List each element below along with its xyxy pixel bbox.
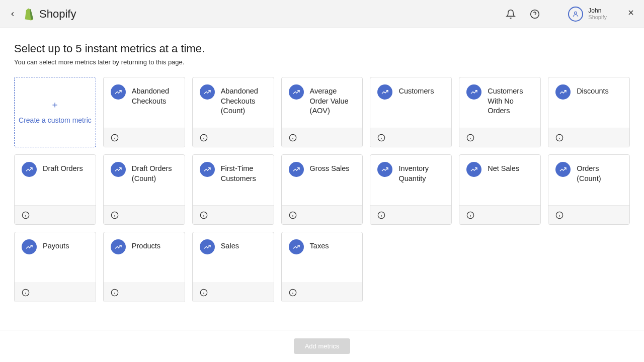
metric-card[interactable]: Gross Sales bbox=[281, 154, 363, 225]
brand-name: Shopify bbox=[39, 8, 76, 21]
brand: Shopify bbox=[23, 8, 76, 21]
info-icon[interactable] bbox=[200, 134, 208, 142]
metric-label: Draft Orders (Count) bbox=[132, 162, 178, 205]
metric-card[interactable]: First-Time Customers bbox=[192, 154, 274, 225]
chart-icon bbox=[200, 162, 215, 177]
page-subtitle: You can select more metrics later by ret… bbox=[14, 58, 630, 66]
metric-card[interactable]: Abandoned Checkouts (Count) bbox=[192, 77, 274, 147]
chart-icon bbox=[22, 162, 37, 177]
metric-label: Draft Orders bbox=[43, 162, 83, 205]
metric-label: Orders (Count) bbox=[577, 162, 622, 205]
metric-label: Payouts bbox=[43, 239, 69, 283]
metric-card[interactable]: Payouts bbox=[14, 232, 96, 302]
info-icon[interactable] bbox=[377, 134, 385, 142]
chart-icon bbox=[555, 162, 571, 177]
chart-icon bbox=[377, 84, 392, 100]
shopify-logo-icon bbox=[23, 8, 34, 21]
avatar-icon bbox=[568, 7, 583, 22]
add-metrics-button[interactable]: Add metrics bbox=[294, 338, 351, 354]
chart-icon bbox=[111, 84, 126, 100]
chart-icon bbox=[289, 162, 304, 177]
metric-card[interactable]: Draft Orders (Count) bbox=[103, 154, 185, 225]
metric-label: Products bbox=[132, 239, 160, 283]
metric-label: Customers With No Orders bbox=[488, 84, 533, 128]
create-custom-metric-card[interactable]: ＋ Create a custom metric bbox=[14, 77, 96, 147]
bottom-bar: Add metrics bbox=[0, 330, 644, 362]
info-icon[interactable] bbox=[111, 211, 119, 219]
plus-icon: ＋ bbox=[50, 99, 59, 111]
metrics-grid: ＋ Create a custom metric Abandoned Check… bbox=[14, 77, 630, 302]
metric-label: Customers bbox=[398, 84, 434, 128]
metric-label: Abandoned Checkouts bbox=[132, 84, 178, 128]
info-icon[interactable] bbox=[200, 211, 208, 219]
info-icon[interactable] bbox=[111, 289, 119, 297]
notifications-icon[interactable] bbox=[505, 8, 517, 20]
metric-label: Taxes bbox=[310, 239, 329, 283]
metric-card[interactable]: Customers bbox=[370, 77, 452, 147]
metric-card[interactable]: Net Sales bbox=[459, 154, 541, 225]
chart-icon bbox=[200, 239, 215, 254]
metric-label: Inventory Quantity bbox=[398, 162, 444, 205]
user-name: John bbox=[588, 7, 607, 14]
chart-icon bbox=[111, 162, 126, 177]
chart-icon bbox=[466, 84, 481, 100]
metric-card[interactable]: Products bbox=[103, 232, 185, 302]
svg-point-2 bbox=[575, 12, 577, 14]
info-icon[interactable] bbox=[377, 211, 385, 219]
main-content: Select up to 5 instant metrics at a time… bbox=[0, 28, 644, 302]
metric-label: Average Order Value (AOV) bbox=[310, 84, 356, 128]
info-icon[interactable] bbox=[289, 289, 297, 297]
chart-icon bbox=[466, 162, 481, 177]
metric-card[interactable]: Inventory Quantity bbox=[370, 154, 452, 225]
info-icon[interactable] bbox=[466, 134, 474, 142]
metric-card[interactable]: Draft Orders bbox=[14, 154, 96, 225]
user-sub: Shopify bbox=[588, 14, 607, 21]
close-button[interactable] bbox=[627, 9, 635, 19]
info-icon[interactable] bbox=[200, 289, 208, 297]
chart-icon bbox=[200, 84, 215, 100]
info-icon[interactable] bbox=[22, 211, 30, 219]
create-card-label: Create a custom metric bbox=[19, 116, 92, 126]
metric-label: Sales bbox=[221, 239, 239, 283]
topbar: Shopify John Shopify bbox=[0, 0, 644, 28]
metric-card[interactable]: Discounts bbox=[548, 77, 630, 147]
info-icon[interactable] bbox=[555, 134, 564, 142]
chart-icon bbox=[555, 84, 571, 100]
metric-label: Abandoned Checkouts (Count) bbox=[221, 84, 267, 128]
info-icon[interactable] bbox=[466, 211, 474, 219]
page-title: Select up to 5 instant metrics at a time… bbox=[14, 42, 630, 55]
metric-card[interactable]: Taxes bbox=[281, 232, 363, 302]
chart-icon bbox=[289, 239, 304, 254]
chart-icon bbox=[22, 239, 37, 254]
metric-card[interactable]: Sales bbox=[192, 232, 274, 302]
chart-icon bbox=[111, 239, 126, 254]
info-icon[interactable] bbox=[555, 211, 564, 219]
chart-icon bbox=[377, 162, 392, 177]
info-icon[interactable] bbox=[289, 211, 297, 219]
info-icon[interactable] bbox=[22, 289, 30, 297]
chart-icon bbox=[289, 84, 304, 100]
metric-card[interactable]: Customers With No Orders bbox=[459, 77, 541, 147]
metric-label: Gross Sales bbox=[310, 162, 350, 205]
metric-card[interactable]: Average Order Value (AOV) bbox=[281, 77, 363, 147]
metric-label: Discounts bbox=[577, 84, 609, 128]
metric-card[interactable]: Orders (Count) bbox=[548, 154, 630, 225]
info-icon[interactable] bbox=[111, 134, 119, 142]
back-button[interactable] bbox=[9, 11, 16, 18]
svg-point-0 bbox=[531, 10, 539, 18]
metric-label: Net Sales bbox=[488, 162, 519, 205]
help-icon[interactable] bbox=[529, 8, 541, 20]
user-menu[interactable]: John Shopify bbox=[568, 7, 607, 22]
top-actions: John Shopify bbox=[505, 7, 635, 22]
info-icon[interactable] bbox=[289, 134, 297, 142]
metric-label: First-Time Customers bbox=[221, 162, 267, 205]
metric-card[interactable]: Abandoned Checkouts bbox=[103, 77, 185, 147]
